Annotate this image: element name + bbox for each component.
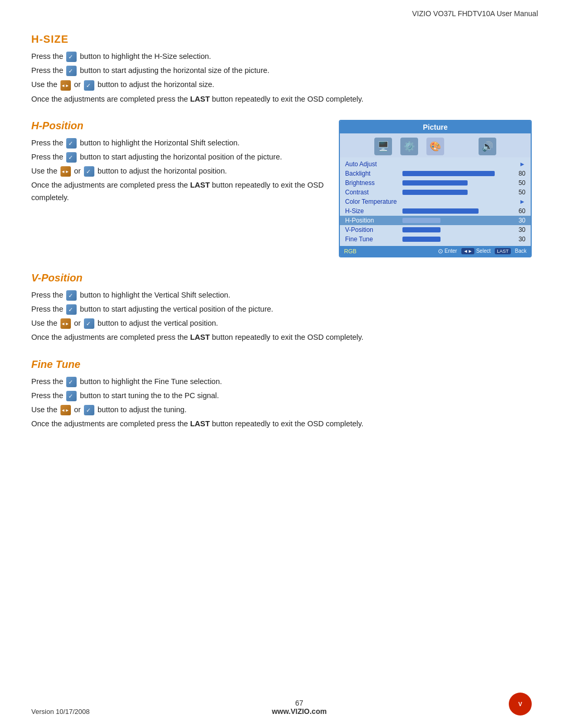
osd-bar-fill-hsize	[402, 208, 479, 214]
osd-row-hsize: H-Size 60	[340, 206, 531, 216]
finetune-line3: Use the or button to adjust the tuning.	[31, 404, 532, 416]
page-header: VIZIO VO37L FHDTV10A User Manual	[0, 0, 563, 18]
osd-back-label: Back	[515, 248, 527, 254]
vposition-line1: Press the button to highlight the Vertic…	[31, 289, 532, 301]
osd-rgb-label: RGB	[344, 248, 357, 254]
osd-arrow-colortemp: ►	[519, 198, 525, 205]
osd-title: Picture	[340, 121, 531, 133]
osd-bar-fill-contrast	[402, 190, 468, 195]
osd-icons-row: 🖥️ ⚙️ 🎨 🔊	[340, 133, 531, 157]
osd-label-hposition: H-Position	[345, 217, 402, 224]
osd-bar-finetune	[402, 237, 511, 242]
osd-bar-fill-vposition	[402, 227, 440, 232]
osd-value-brightness: 50	[511, 179, 525, 187]
finetune-line4: Once the adjustments are completed press…	[31, 418, 532, 430]
vposition-line4: Once the adjustments are completed press…	[31, 331, 532, 343]
hsize-line3: Use the or button to adjust the horizont…	[31, 79, 532, 91]
osd-bar-brightness	[402, 180, 511, 186]
page-footer: Version 10/17/2008 67 www.VIZIO.com V	[0, 693, 563, 715]
osd-value-contrast: 50	[511, 189, 525, 196]
osd-row-backlight: Backlight 80	[340, 169, 531, 178]
hsize-section: H-SIZE Press the button to highlight the…	[31, 33, 532, 105]
osd-row-colortemp: Color Temperature ►	[340, 197, 531, 206]
finetune-line1: Press the button to highlight the Fine T…	[31, 376, 532, 388]
lr-icon-3	[60, 318, 71, 329]
hsize-line4: Once the adjustments are completed press…	[31, 93, 532, 105]
osd-bar-hposition	[402, 218, 511, 223]
osd-icon-picture: 🎨	[426, 138, 444, 155]
hposition-line3: Use the or button to adjust the horizont…	[31, 165, 328, 177]
osd-bar-autoadjust	[402, 162, 519, 167]
lr-icon-2	[60, 166, 71, 177]
osd-bar-vposition	[402, 227, 511, 232]
osd-value-backlight: 80	[511, 170, 525, 177]
header-title: VIZIO VO37L FHDTV10A User Manual	[412, 9, 538, 18]
hposition-section: H-Position Press the button to highlight…	[31, 120, 532, 257]
finetune-title: Fine Tune	[31, 359, 532, 371]
ok-icon-11	[66, 391, 77, 401]
hposition-line1: Press the button to highlight the Horizo…	[31, 137, 328, 149]
ok-icon-12	[84, 405, 94, 415]
finetune-section: Fine Tune Press the button to highlight …	[31, 359, 532, 430]
vposition-section: V-Position Press the button to highlight…	[31, 272, 532, 344]
osd-bar-backlight	[402, 171, 511, 176]
osd-bar-hsize	[402, 208, 511, 214]
osd-bottom-select-label: Select	[476, 248, 491, 254]
osd-label-colortemp: Color Temperature	[345, 198, 402, 205]
osd-label-vposition: V-Position	[345, 226, 402, 233]
osd-btn-lr: ◄►	[461, 248, 475, 254]
vizio-logo-text: V	[518, 701, 522, 707]
lr-icon-4	[60, 405, 71, 415]
osd-row-vposition: V-Position 30	[340, 225, 531, 235]
ok-icon-7	[66, 290, 77, 301]
osd-label-backlight: Backlight	[345, 170, 402, 177]
osd-row-contrast: Contrast 50	[340, 188, 531, 197]
ok-icon-5	[66, 152, 77, 163]
vposition-line2: Press the button to start adjusting the …	[31, 303, 532, 315]
osd-label-finetune: Fine Tune	[345, 236, 402, 243]
hposition-line4: Once the adjustments are completed press…	[31, 179, 328, 203]
osd-row-brightness: Brightness 50	[340, 178, 531, 188]
osd-icon-settings: ⚙️	[400, 138, 418, 155]
ok-icon-8	[66, 304, 77, 315]
ok-icon-9	[84, 318, 94, 329]
osd-bottom-back: Back	[515, 248, 527, 254]
vposition-line3: Use the or button to adjust the vertical…	[31, 317, 532, 329]
ok-icon-2	[66, 66, 77, 76]
osd-bar-fill-backlight	[402, 171, 495, 176]
osd-row-autoadjust: Auto Adjust ►	[340, 159, 531, 169]
vposition-title: V-Position	[31, 272, 532, 284]
osd-label-contrast: Contrast	[345, 189, 402, 196]
ok-icon-4	[66, 138, 77, 149]
lr-icon-1	[60, 80, 71, 91]
ok-icon-6	[84, 166, 94, 177]
osd-row-hposition: H-Position 30	[340, 216, 531, 225]
footer-version-text: Version 10/17/2008	[31, 708, 90, 715]
osd-label-brightness: Brightness	[345, 179, 402, 187]
footer-url: www.VIZIO.com	[90, 707, 509, 715]
osd-btn-last: LAST	[495, 248, 511, 254]
hsize-title: H-SIZE	[31, 33, 532, 45]
osd-bar-contrast	[402, 190, 511, 195]
footer-url-text: www.VIZIO.com	[272, 707, 326, 715]
vizio-logo: V	[509, 693, 532, 715]
footer-right: V	[509, 693, 532, 715]
osd-bar-colortemp	[402, 199, 519, 204]
hposition-title: H-Position	[31, 120, 328, 132]
osd-bar-fill-hposition	[402, 218, 440, 223]
osd-bottom-bar: RGB ⊙ Enter ◄► Select LAST	[340, 246, 531, 256]
osd-icon-monitor: 🖥️	[374, 138, 392, 155]
footer-center: 67 www.VIZIO.com	[90, 699, 509, 715]
hposition-left: H-Position Press the button to highlight…	[31, 120, 328, 206]
hsize-line2: Press the button to start adjusting the …	[31, 65, 532, 77]
osd-bottom-select: ◄► Select	[461, 248, 491, 254]
osd-value-finetune: 30	[511, 236, 525, 243]
ok-icon-10	[66, 377, 77, 387]
hsize-line1: Press the button to highlight the H-Size…	[31, 51, 532, 63]
osd-row-finetune: Fine Tune 30	[340, 235, 531, 244]
osd-bar-fill-brightness	[402, 180, 468, 186]
ok-icon-1	[66, 52, 77, 62]
footer-version: Version 10/17/2008	[31, 708, 90, 715]
osd-arrow-autoadjust: ►	[519, 161, 525, 168]
osd-label-hsize: H-Size	[345, 207, 402, 215]
